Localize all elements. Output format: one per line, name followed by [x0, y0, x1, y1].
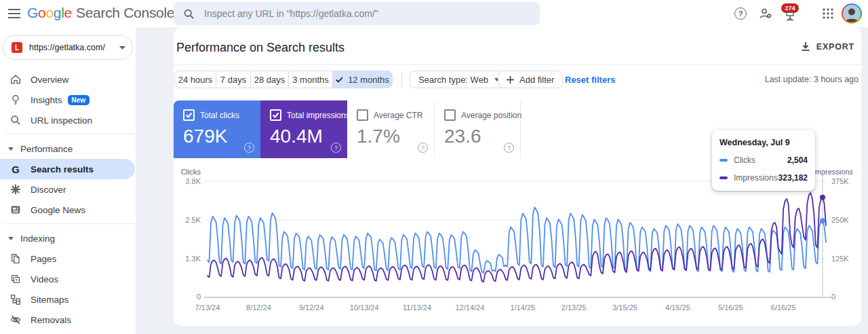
news-icon [9, 204, 22, 216]
header-divider [174, 64, 861, 65]
tooltip-row-impressions: Impressions 323,182 [719, 173, 808, 183]
filter-divider [401, 72, 402, 87]
discover-asterisk-icon [9, 183, 22, 196]
notifications-button[interactable]: 274 [780, 1, 800, 23]
range-chip-label: 12 months [348, 75, 389, 85]
chevron-down-icon [119, 46, 125, 50]
help-icon: ? [734, 7, 747, 20]
chevron-down-icon [8, 147, 14, 151]
sidebar-item-search-results[interactable]: G Search results [0, 159, 135, 179]
metric-card-average-ctr[interactable]: Average CTR 1.7% ? [347, 100, 434, 158]
help-icon[interactable]: ? [418, 143, 428, 153]
avatar-photo [843, 5, 861, 22]
property-selector[interactable]: L https://getlatka.com/ [3, 35, 133, 60]
range-chip-3-months[interactable]: 3 months [288, 71, 333, 88]
tooltip-label: Clicks [734, 155, 787, 165]
sidebar-item-url-inspection[interactable]: URL inspection [0, 110, 135, 130]
sidebar-item-google-news[interactable]: Google News [0, 200, 135, 220]
svg-text:2/13/25: 2/13/25 [561, 303, 587, 312]
home-icon [9, 73, 22, 86]
range-chip-7-days[interactable]: 7 days [216, 71, 251, 88]
check-icon [336, 77, 343, 83]
add-filter-label: Add filter [519, 75, 554, 85]
svg-text:6/16/25: 6/16/25 [771, 303, 796, 312]
download-icon [801, 41, 810, 52]
url-inspect-input[interactable] [203, 7, 530, 20]
svg-text:5/16/25: 5/16/25 [718, 303, 743, 312]
svg-text:10/13/24: 10/13/24 [350, 303, 379, 312]
sidebar-item-discover[interactable]: Discover [0, 179, 135, 200]
sidebar-item-sitemaps[interactable]: Sitemaps [0, 289, 135, 310]
checkbox-unchecked-icon[interactable] [357, 109, 368, 121]
metric-label: Total clicks [200, 111, 239, 120]
search-type-dropdown[interactable]: Search type: Web [410, 71, 509, 88]
hamburger-menu-button[interactable] [7, 7, 22, 20]
range-chip-28-days[interactable]: 28 days [250, 71, 289, 88]
add-filter-button[interactable]: Add filter [498, 71, 563, 88]
last-update-text: Last update: 3 hours ago [765, 71, 859, 88]
url-inspection-searchbar[interactable] [174, 2, 540, 25]
chevron-down-icon [8, 237, 14, 240]
page-title: Performance on Search results [176, 41, 344, 55]
account-avatar[interactable] [842, 3, 862, 24]
sidebar-divider [5, 223, 135, 224]
tooltip-row-clicks: Clicks 2,504 [719, 155, 808, 165]
tooltip-value: 323,182 [778, 173, 808, 183]
tooltip-date: Wednesday, Jul 9 [719, 138, 808, 147]
logo-letter: o [38, 5, 45, 20]
sidebar-item-label: Discover [31, 185, 66, 195]
sitemaps-icon [9, 293, 22, 305]
logo-letter: o [45, 5, 53, 20]
plus-icon [507, 76, 514, 84]
user-settings-button[interactable] [758, 6, 773, 21]
sidebar-divider [5, 134, 135, 134]
checkbox-unchecked-icon[interactable] [444, 109, 456, 121]
sidebar-item-overview[interactable]: Overview [0, 69, 135, 90]
clicks-swatch [719, 159, 728, 162]
svg-text:9/12/24: 9/12/24 [299, 303, 324, 312]
checkbox-checked-icon[interactable] [183, 109, 195, 121]
date-range-segmented-control: 24 hours 7 days 28 days 3 months 12 mont… [174, 71, 393, 88]
range-chip-24-hours[interactable]: 24 hours [174, 71, 216, 88]
apps-grid-icon [822, 7, 834, 20]
google-g-icon: G [9, 163, 22, 175]
pages-icon [9, 253, 22, 265]
sidebar-item-label: URL inspection [31, 115, 92, 126]
metric-label: Average CTR [374, 111, 422, 120]
metric-card-average-position[interactable]: Average position 23.6 ? [434, 100, 521, 158]
svg-text:1/14/25: 1/14/25 [510, 303, 535, 312]
help-icon[interactable]: ? [244, 143, 254, 153]
help-button[interactable]: ? [734, 7, 747, 20]
range-chip-12-months-selected[interactable]: 12 months [332, 71, 393, 88]
chart-tooltip: Wednesday, Jul 9 Clicks 2,504 Impression… [712, 130, 815, 191]
google-apps-button[interactable] [821, 6, 835, 21]
sidebar-item-label: Removals [31, 315, 71, 325]
export-button[interactable]: EXPORT [797, 41, 859, 52]
sidebar-item-insights[interactable]: Insights New [0, 90, 135, 110]
sidebar-item-label: Sitemaps [31, 295, 68, 305]
tooltip-value: 2,504 [787, 155, 808, 165]
sidebar-item-pages[interactable]: Pages [0, 248, 135, 269]
sidebar-section-indexing[interactable]: Indexing [0, 228, 135, 248]
user-settings-icon [759, 7, 772, 20]
help-icon[interactable]: ? [331, 143, 341, 153]
export-label: EXPORT [816, 42, 854, 52]
sidebar-item-removals[interactable]: Removals [0, 310, 135, 330]
metric-card-total-impressions[interactable]: Total impressions 40.4M ? [260, 100, 347, 158]
sidebar-item-label: Overview [31, 75, 68, 85]
sidebar-item-label: Pages [31, 254, 56, 264]
logo-letter: G [27, 5, 38, 20]
help-icon[interactable]: ? [504, 143, 514, 153]
checkbox-checked-icon[interactable] [270, 109, 281, 121]
sidebar-item-videos[interactable]: Videos [0, 269, 135, 289]
svg-text:4/15/25: 4/15/25 [665, 303, 690, 312]
sidebar-item-label: Videos [31, 274, 58, 284]
product-logo: GoogleSearch Console [27, 5, 174, 21]
sidebar-item-label: Insights [31, 95, 62, 105]
reset-filters-link[interactable]: Reset filters [565, 71, 615, 88]
metric-card-total-clicks[interactable]: Total clicks 679K ? [174, 100, 260, 158]
sidebar-section-performance[interactable]: Performance [0, 138, 135, 159]
svg-text:7/13/24: 7/13/24 [195, 303, 220, 312]
svg-text:3/15/25: 3/15/25 [612, 303, 637, 312]
impressions-swatch [719, 177, 728, 179]
